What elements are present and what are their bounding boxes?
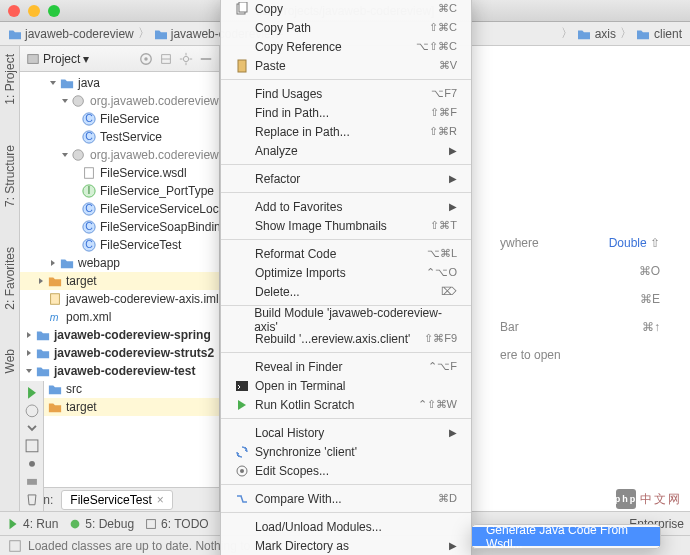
ctx-mark-directory[interactable]: Mark Directory as▶	[221, 536, 471, 555]
zoom-window-button[interactable]	[48, 5, 60, 17]
left-tool-tabs: 1: Project 7: Structure 2: Favorites Web	[0, 46, 20, 511]
pin-icon[interactable]	[24, 456, 40, 472]
run-tab[interactable]: FileServiceTest ×	[61, 490, 172, 510]
tree-node-module[interactable]: javaweb-codereview-struts2	[20, 344, 219, 362]
ctx-find-path[interactable]: Find in Path...⇧⌘F	[221, 103, 471, 122]
tab-web[interactable]: Web	[3, 349, 17, 373]
separator	[221, 418, 471, 419]
print-icon[interactable]	[24, 474, 40, 490]
target-icon[interactable]	[139, 52, 153, 66]
folder-icon	[60, 76, 74, 90]
hide-icon[interactable]	[199, 52, 213, 66]
ctx-local-history[interactable]: Local History▶	[221, 423, 471, 442]
collapse-icon[interactable]	[159, 52, 173, 66]
tree-node-module[interactable]: javaweb-codereview-spring	[20, 326, 219, 344]
rerun-icon[interactable]	[24, 385, 40, 401]
tree-node-file[interactable]: mpom.xml	[20, 308, 219, 326]
copy-icon	[235, 2, 249, 16]
tab-structure[interactable]: 7: Structure	[3, 145, 17, 207]
breadcrumb-seg[interactable]: javaweb-codereview	[8, 27, 134, 41]
down-icon[interactable]	[24, 420, 40, 436]
tree-node-file[interactable]: FileService.wsdl	[20, 164, 219, 182]
tree-node-class[interactable]: CFileServiceServiceLocator	[20, 200, 219, 218]
class-icon: C	[82, 112, 96, 126]
ctx-add-favorites[interactable]: Add to Favorites▶	[221, 197, 471, 216]
svg-text:C: C	[85, 130, 93, 142]
ctx-copy-path[interactable]: Copy Path⇧⌘C	[221, 18, 471, 37]
project-tree[interactable]: java org.javaweb.codereview.axis CFileSe…	[20, 72, 219, 487]
tree-node-folder[interactable]: src	[20, 380, 219, 398]
minimize-window-button[interactable]	[28, 5, 40, 17]
svg-point-4	[73, 96, 84, 107]
chevron-right-icon	[24, 330, 34, 340]
ctx-reformat[interactable]: Reformat Code⌥⌘L	[221, 244, 471, 263]
svg-point-32	[240, 469, 244, 473]
tree-node-folder[interactable]: webapp	[20, 254, 219, 272]
ctx-find-usages[interactable]: Find Usages⌥F7	[221, 84, 471, 103]
chevron-right-icon	[36, 276, 46, 286]
stop-icon[interactable]	[24, 403, 40, 419]
tree-node-class[interactable]: CTestService	[20, 128, 219, 146]
svg-rect-19	[51, 294, 60, 305]
bottom-debug[interactable]: 5: Debug	[68, 517, 134, 531]
tree-node-java[interactable]: java	[20, 74, 219, 92]
layout-icon[interactable]	[24, 438, 40, 454]
tree-node-class[interactable]: CFileServiceTest	[20, 236, 219, 254]
tree-node-file[interactable]: javaweb-codereview-axis.iml	[20, 290, 219, 308]
tree-node-folder[interactable]: target	[20, 272, 219, 290]
class-icon: C	[82, 202, 96, 216]
tree-node-module[interactable]: javaweb-codereview-test	[20, 362, 219, 380]
svg-point-2	[144, 57, 148, 61]
ctx-copy-ref[interactable]: Copy Reference⌥⇧⌘C	[221, 37, 471, 56]
folder-icon	[60, 256, 74, 270]
close-window-button[interactable]	[8, 5, 20, 17]
ctx-rebuild[interactable]: Rebuild '...ereview.axis.client'⇧⌘F9	[221, 329, 471, 348]
ctx-synchronize[interactable]: Synchronize 'client'	[221, 442, 471, 461]
tab-project[interactable]: 1: Project	[3, 54, 17, 105]
ctx-refactor[interactable]: Refactor▶	[221, 169, 471, 188]
run-icon	[235, 398, 249, 412]
tip-link[interactable]: Double	[609, 236, 647, 250]
close-icon[interactable]: ×	[157, 493, 164, 507]
php-logo-icon: php	[616, 489, 636, 509]
chevron-down-icon	[48, 78, 58, 88]
tree-node-package[interactable]: org.javaweb.codereview.axis	[20, 146, 219, 164]
scopes-icon	[235, 464, 249, 478]
ctx-paste[interactable]: Paste⌘V	[221, 56, 471, 75]
tree-node-folder[interactable]: target	[20, 398, 219, 416]
gear-icon[interactable]	[179, 52, 193, 66]
ctx-build-module[interactable]: Build Module 'javaweb-codereview-axis'	[221, 310, 471, 329]
tree-node-interface[interactable]: IFileService_PortType	[20, 182, 219, 200]
chevron-right-icon: 〉	[138, 25, 150, 42]
ctx-load-unload[interactable]: Load/Unload Modules...	[221, 517, 471, 536]
ctx-edit-scopes[interactable]: Edit Scopes...	[221, 461, 471, 480]
tab-favorites[interactable]: 2: Favorites	[3, 247, 17, 310]
ctx-optimize-imports[interactable]: Optimize Imports⌃⌥O	[221, 263, 471, 282]
bottom-todo[interactable]: 6: TODO	[144, 517, 209, 531]
ctx-show-thumb[interactable]: Show Image Thumbnails⇧⌘T	[221, 216, 471, 235]
ctx-open-terminal[interactable]: Open in Terminal	[221, 376, 471, 395]
ctx-compare[interactable]: Compare With...⌘D	[221, 489, 471, 508]
ctx-reveal-finder[interactable]: Reveal in Finder⌃⌥F	[221, 357, 471, 376]
ctx-replace-path[interactable]: Replace in Path...⇧⌘R	[221, 122, 471, 141]
ctx-generate-wsdl[interactable]: Generate Java Code From Wsdl...	[472, 527, 660, 546]
todo-icon	[144, 517, 158, 531]
ctx-delete[interactable]: Delete...⌦	[221, 282, 471, 301]
chevron-down-icon	[60, 96, 70, 106]
bottom-run[interactable]: 4: Run	[6, 517, 58, 531]
ctx-analyze[interactable]: Analyze▶	[221, 141, 471, 160]
run-toolbar	[20, 381, 44, 511]
ctx-run-kotlin[interactable]: Run Kotlin Scratch⌃⇧⌘W	[221, 395, 471, 414]
tree-node-package[interactable]: org.javaweb.codereview.axis	[20, 92, 219, 110]
tree-node-class[interactable]: CFileService	[20, 110, 219, 128]
project-view-selector[interactable]: Project ▾	[26, 52, 89, 66]
svg-rect-0	[28, 54, 39, 63]
chevron-right-icon: ▶	[449, 201, 457, 212]
ctx-copy[interactable]: Copy⌘C	[221, 0, 471, 18]
debug-icon	[68, 517, 82, 531]
trash-icon[interactable]	[24, 491, 40, 507]
tree-node-class[interactable]: CFileServiceSoapBindingSt	[20, 218, 219, 236]
module-icon	[36, 364, 50, 378]
svg-rect-28	[239, 2, 247, 12]
svg-point-3	[183, 56, 188, 61]
